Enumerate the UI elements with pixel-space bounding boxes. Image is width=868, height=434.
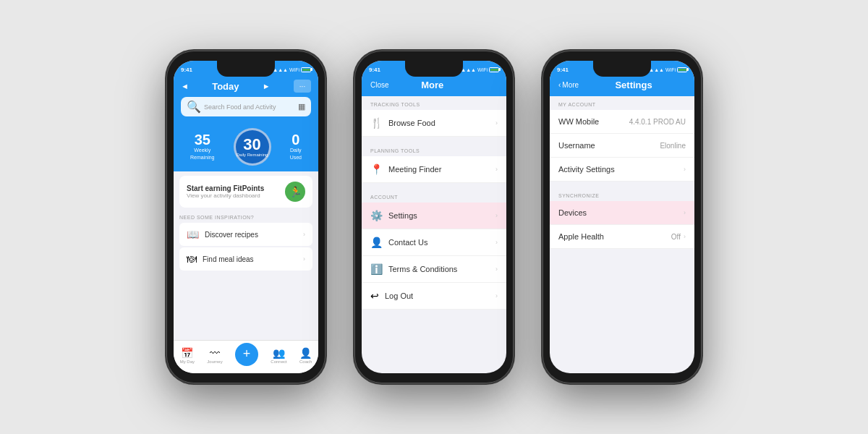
p2-settings-arrow: › [495, 212, 498, 219]
p2-logout-left: ↩ Log Out [370, 290, 413, 302]
p1-nav: ◄ Today ► ··· [181, 80, 311, 93]
p3-devices-arrow: › [684, 209, 686, 216]
p1-tab-connect[interactable]: 👥 Connect [271, 347, 286, 364]
p3-devices[interactable]: Devices › [550, 201, 694, 225]
p3-status-icons: ▲▲▲ WiFi [649, 67, 687, 72]
p2-settings[interactable]: ⚙️ Settings › [362, 203, 506, 229]
p2-contact-us-left: 👤 Contact Us [370, 237, 427, 248]
p2-location-icon: 📍 [370, 163, 383, 175]
p2-info-icon: ℹ️ [370, 263, 383, 275]
p3-apple-health-arrow: › [684, 233, 686, 240]
p1-today-title: Today [212, 81, 239, 92]
p2-fork-icon: 🍴 [370, 117, 383, 129]
p3-username-value: Elonline [660, 142, 686, 150]
p1-prev-arrow[interactable]: ◄ [181, 82, 189, 90]
p1-journey-icon: 〰 [210, 347, 220, 359]
p2-contact-us[interactable]: 👤 Contact Us › [362, 229, 506, 256]
phone-2: 9:41 ▲▲▲ WiFi Close More TRACKING TOOLS [354, 51, 514, 383]
p1-meals-text: Find meal ideas [203, 255, 254, 263]
p3-signal-icon: ▲▲▲ [649, 67, 664, 72]
p2-meeting-finder[interactable]: 📍 Meeting Finder › [362, 156, 506, 183]
p3-activity-settings-arrow: › [684, 166, 686, 173]
p1-connect-label: Connect [271, 359, 286, 364]
phone-3-screen: 9:41 ▲▲▲ WiFi ‹ More Settings MY ACCOU [550, 61, 694, 373]
phone-3-notch [593, 61, 651, 77]
p3-back-button[interactable]: ‹ More [558, 81, 579, 89]
p2-header: Close More [362, 77, 506, 96]
p1-tabbar: 📅 My Day 〰 Journey + 👥 Connect � [174, 340, 318, 373]
p1-daily-num: 30 [243, 137, 260, 153]
p3-ww-mobile-label: WW Mobile [558, 117, 599, 126]
p1-coach-label: Coach [299, 359, 312, 364]
p3-sync-label: SYNCHRONIZE [550, 187, 694, 201]
p3-wifi-icon: WiFi [665, 67, 676, 72]
p2-terms[interactable]: ℹ️ Terms & Conditions › [362, 256, 506, 283]
phone-2-screen: 9:41 ▲▲▲ WiFi Close More TRACKING TOOLS [362, 61, 506, 373]
p1-fp-title: Start earning FitPoints [187, 184, 264, 192]
p2-planning-label: PLANNING TOOLS [362, 142, 506, 156]
p3-ww-mobile-right: 4.4.0.1 PROD AU [629, 118, 686, 126]
p1-daily-label: Daily Remaining [237, 153, 268, 157]
p2-contact-icon: 👤 [370, 237, 383, 248]
p1-stats: 35 WeeklyRemaining 30 Daily Remaining 0 … [174, 122, 318, 171]
p3-activity-settings[interactable]: Activity Settings › [550, 158, 694, 182]
p1-coach-icon: 👤 [299, 347, 312, 359]
p1-fp-text: Start earning FitPoints View your activi… [187, 184, 264, 199]
p1-barcode-icon[interactable]: ▦ [298, 102, 305, 111]
p2-terms-left: ℹ️ Terms & Conditions [370, 263, 457, 275]
p1-meals-icon: 🍽 [187, 253, 197, 265]
p3-devices-right: › [684, 209, 686, 216]
p2-meeting-finder-text: Meeting Finder [388, 165, 441, 174]
p1-myday-label: My Day [180, 359, 195, 364]
p1-inspiration-label: NEED SOME INSPIRATION? [174, 212, 318, 221]
p1-recipes-icon: 📖 [187, 229, 199, 240]
p2-logout[interactable]: ↩ Log Out › [362, 283, 506, 310]
p2-tracking-label: TRACKING TOOLS [362, 96, 506, 110]
p3-apple-health[interactable]: Apple Health Off › [550, 225, 694, 249]
p1-tab-coach[interactable]: 👤 Coach [299, 347, 312, 364]
p1-tab-add[interactable]: + [235, 343, 258, 369]
p1-tab-myday[interactable]: 📅 My Day [180, 347, 195, 364]
p2-close-button[interactable]: Close [370, 81, 389, 89]
p3-back-label: More [562, 81, 579, 89]
p2-settings-left: ⚙️ Settings [370, 210, 417, 221]
p1-weekly-label: WeeklyRemaining [190, 147, 214, 161]
p2-settings-text: Settings [388, 211, 417, 220]
p2-logout-icon: ↩ [370, 290, 379, 302]
p2-battery-icon [489, 67, 499, 72]
phones-container: 9:41 ▲▲▲ WiFi ◄ Today ► ··· [152, 36, 716, 398]
p3-apple-health-right: Off › [671, 233, 686, 241]
p1-myday-icon: 📅 [181, 347, 193, 359]
p2-divider-1 [362, 137, 506, 142]
p1-status-icons: ▲▲▲ WiFi [273, 67, 311, 72]
p3-battery-icon [677, 67, 687, 72]
p1-connect-icon: 👥 [273, 347, 285, 359]
p3-ww-mobile: WW Mobile 4.4.0.1 PROD AU [550, 110, 694, 134]
p1-used-num: 0 [290, 132, 302, 147]
p3-activity-settings-label: Activity Settings [558, 165, 615, 174]
p3-apple-health-value: Off [671, 233, 681, 241]
p3-ww-mobile-value: 4.4.0.1 PROD AU [629, 118, 686, 126]
p1-add-icon: + [243, 346, 251, 362]
p2-browse-food[interactable]: 🍴 Browse Food › [362, 110, 506, 137]
p1-find-meals[interactable]: 🍽 Find meal ideas › [179, 247, 312, 271]
p1-search-bar[interactable]: 🔍 Search Food and Activity ▦ [181, 97, 311, 116]
p1-used-stat: 0 DailyUsed [290, 132, 302, 161]
p1-recipes-arrow: › [303, 231, 305, 238]
p2-meeting-finder-left: 📍 Meeting Finder [370, 163, 441, 175]
p1-next-arrow[interactable]: ► [263, 82, 271, 90]
p2-logout-arrow: › [495, 292, 498, 299]
phone-2-notch [405, 61, 463, 77]
p1-fitpoints[interactable]: Start earning FitPoints View your activi… [179, 176, 312, 208]
p1-dots-button[interactable]: ··· [294, 80, 311, 93]
p2-terms-text: Terms & Conditions [388, 265, 457, 273]
p3-apple-health-label: Apple Health [558, 232, 604, 241]
p1-tab-journey[interactable]: 〰 Journey [207, 347, 222, 364]
p1-add-button[interactable]: + [235, 343, 258, 366]
p1-dots-icon: ··· [299, 82, 305, 90]
p1-meals-left: 🍽 Find meal ideas [187, 253, 254, 265]
p1-weekly-stat: 35 WeeklyRemaining [190, 132, 214, 161]
p2-status-icons: ▲▲▲ WiFi [461, 67, 499, 72]
p2-contact-us-text: Contact Us [388, 238, 427, 247]
p1-discover-recipes[interactable]: 📖 Discover recipes › [179, 223, 312, 246]
